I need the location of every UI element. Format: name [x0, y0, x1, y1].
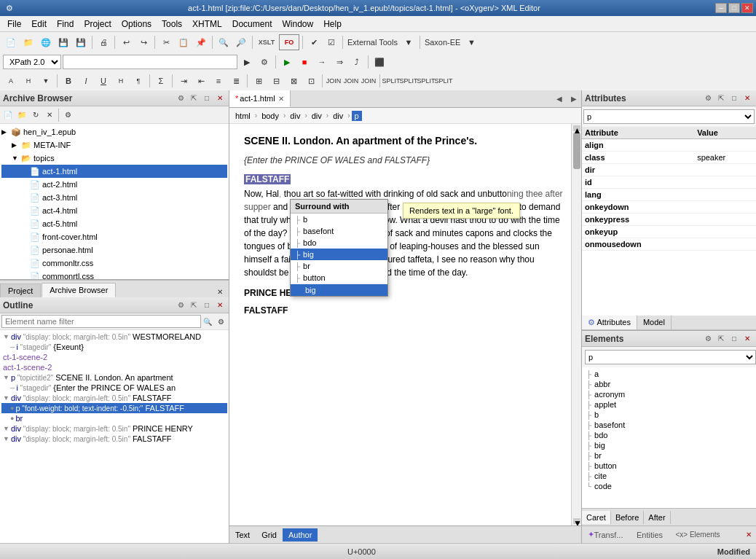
- attr-close-btn[interactable]: ✕: [741, 93, 753, 104]
- breadcrumb-body[interactable]: body: [259, 111, 282, 121]
- attr-settings-btn[interactable]: ⚙: [702, 93, 714, 104]
- attr-row-class[interactable]: class speaker: [582, 152, 756, 164]
- surround-item-basefont[interactable]: ├ basefont: [291, 225, 387, 237]
- breadcrumb-div3[interactable]: div: [330, 111, 346, 121]
- minimize-button[interactable]: ─: [715, 3, 727, 13]
- paste-button[interactable]: 📌: [193, 34, 209, 50]
- outline-maximize-btn[interactable]: □: [201, 300, 213, 311]
- attr-maximize-btn[interactable]: □: [728, 93, 740, 104]
- tree-item-personae[interactable]: 📄 personae.html: [1, 243, 227, 257]
- bold-button[interactable]: B: [60, 73, 76, 89]
- menu-help[interactable]: Help: [319, 17, 346, 31]
- outline-item-7[interactable]: ● p "font-weight: bold; text-indent: -0.…: [1, 403, 227, 413]
- menu-edit[interactable]: Edit: [27, 17, 51, 31]
- split-extra-button[interactable]: SPLIT: [436, 73, 452, 89]
- find-replace-button[interactable]: 🔎: [233, 34, 249, 50]
- tab-model[interactable]: Model: [637, 316, 672, 329]
- italic-button[interactable]: I: [78, 73, 94, 89]
- tab-before[interactable]: Before: [611, 511, 644, 524]
- breadcrumb-p[interactable]: p: [352, 111, 362, 121]
- attr-row-id[interactable]: id: [582, 176, 756, 189]
- underline-button[interactable]: U: [95, 73, 111, 89]
- outline-close-btn[interactable]: ✕: [214, 300, 226, 311]
- editor-scrollbar[interactable]: ▲ ▼: [571, 124, 581, 525]
- cut-button[interactable]: ✂: [158, 34, 174, 50]
- heading-button[interactable]: H: [113, 73, 129, 89]
- sigma-button[interactable]: Σ: [153, 73, 169, 89]
- archive-browser-detach-btn[interactable]: ⇱: [188, 93, 200, 104]
- outline-item-0[interactable]: ▼ div "display: block; margin-left: 0.5i…: [1, 332, 227, 342]
- outline-item-3[interactable]: act-1-scene-2: [1, 362, 227, 372]
- join-left-button[interactable]: JOIN: [326, 73, 342, 89]
- tree-item-act5[interactable]: 📄 act-5.html: [1, 217, 227, 230]
- scroll-thumb[interactable]: [573, 133, 580, 169]
- tab-caret[interactable]: Caret: [582, 511, 611, 524]
- transform-btn[interactable]: ✦ Transf...: [583, 529, 627, 541]
- editor-nav-next[interactable]: ▶: [567, 92, 581, 106]
- arch-new-btn[interactable]: 📄: [1, 109, 15, 122]
- outdent-button[interactable]: ⇤: [193, 73, 209, 89]
- arch-delete-btn[interactable]: ✕: [43, 109, 56, 122]
- scroll-down-btn[interactable]: ▼: [573, 518, 580, 524]
- archive-browser-maximize-btn[interactable]: □: [201, 93, 213, 104]
- outline-detach-btn[interactable]: ⇱: [188, 300, 200, 311]
- open-url-button[interactable]: 🌐: [38, 34, 54, 50]
- scroll-up-btn[interactable]: ▲: [573, 125, 580, 131]
- elem-maximize-btn[interactable]: □: [728, 333, 740, 345]
- surround-item-br[interactable]: ├ br: [291, 260, 387, 272]
- surround-item-bdo[interactable]: ├ bdo: [291, 237, 387, 249]
- elem-item-bdo[interactable]: ├ bdo: [583, 430, 755, 440]
- table-cell-button[interactable]: ⊡: [303, 73, 319, 89]
- tab-act1-html[interactable]: * act-1.html ✕: [229, 90, 291, 107]
- xpath-options-button[interactable]: ⚙: [256, 54, 272, 70]
- elem-item-basefont[interactable]: ├ basefont: [583, 420, 755, 430]
- split-button[interactable]: SPLIT: [401, 73, 417, 89]
- external-tools-dropdown[interactable]: ▼: [401, 34, 417, 50]
- attr-row-onmousedown[interactable]: onmousedown: [582, 238, 756, 251]
- tab-archive-browser[interactable]: Archive Browser: [42, 283, 116, 297]
- tree-item-topics[interactable]: ▼ 📂 topics: [1, 152, 227, 165]
- outline-search-btn[interactable]: 🔍: [201, 315, 214, 328]
- elem-close-btn[interactable]: ✕: [741, 333, 753, 345]
- surround-item-button[interactable]: ├ button: [291, 272, 387, 284]
- attr-row-onkeydown[interactable]: onkeydown: [582, 201, 756, 214]
- tree-item-act3[interactable]: 📄 act-3.html: [1, 191, 227, 204]
- elem-settings-btn[interactable]: ⚙: [702, 333, 714, 345]
- breadcrumb-div2[interactable]: div: [309, 111, 325, 121]
- split-left-button[interactable]: SPLIT: [383, 73, 399, 89]
- elem-item-acronym[interactable]: ├ acronym: [583, 389, 755, 399]
- elem-item-abbr[interactable]: ├ abbr: [583, 379, 755, 389]
- attr-row-lang[interactable]: lang: [582, 189, 756, 201]
- elem-item-a[interactable]: ├ a: [583, 369, 755, 379]
- menu-window[interactable]: Window: [277, 17, 318, 31]
- join-button[interactable]: JOIN: [343, 73, 359, 89]
- arch-refresh-btn[interactable]: ↻: [29, 109, 42, 122]
- elem-item-button[interactable]: ├ button: [583, 461, 755, 471]
- action-row-close-btn[interactable]: ✕: [743, 529, 755, 541]
- redo-button[interactable]: ↪: [135, 34, 151, 50]
- open-file-button[interactable]: 📁: [20, 34, 36, 50]
- outline-filter-input[interactable]: [1, 315, 201, 328]
- print-button[interactable]: 🖨: [95, 34, 111, 50]
- xpath-execute-button[interactable]: ▶: [239, 54, 255, 70]
- save-all-button[interactable]: 💾: [73, 34, 89, 50]
- maximize-button[interactable]: □: [728, 3, 740, 13]
- archive-browser-settings-btn[interactable]: ⚙: [175, 93, 186, 104]
- xslt-button[interactable]: XSLT: [256, 34, 277, 50]
- elem-detach-btn[interactable]: ⇱: [715, 333, 727, 345]
- attr-row-onkeyup[interactable]: onkeyup: [582, 226, 756, 238]
- outline-item-8[interactable]: ● br: [1, 413, 227, 423]
- tab-attributes[interactable]: ⚙ Attributes: [582, 316, 637, 329]
- xpath-input[interactable]: [63, 55, 237, 69]
- tab-author[interactable]: Author: [283, 528, 318, 542]
- validate-button[interactable]: ✔: [306, 34, 322, 50]
- outline-item-5[interactable]: ─ i "stagedir" {Enter the PRINCE OF WALE…: [1, 383, 227, 393]
- tree-item-act1[interactable]: 📄 act-1.html: [1, 165, 227, 178]
- indent-button[interactable]: ⇥: [176, 73, 192, 89]
- close-button[interactable]: ✕: [741, 3, 753, 13]
- outline-item-10[interactable]: ▼ div "display: block; margin-left: 0.5i…: [1, 434, 227, 444]
- menu-xhtml[interactable]: XHTML: [188, 17, 227, 31]
- table-button[interactable]: ⊞: [251, 73, 267, 89]
- tree-item-act2[interactable]: 📄 act-2.html: [1, 178, 227, 191]
- outline-item-9[interactable]: ▼ div "display: block; margin-left: 0.5i…: [1, 423, 227, 434]
